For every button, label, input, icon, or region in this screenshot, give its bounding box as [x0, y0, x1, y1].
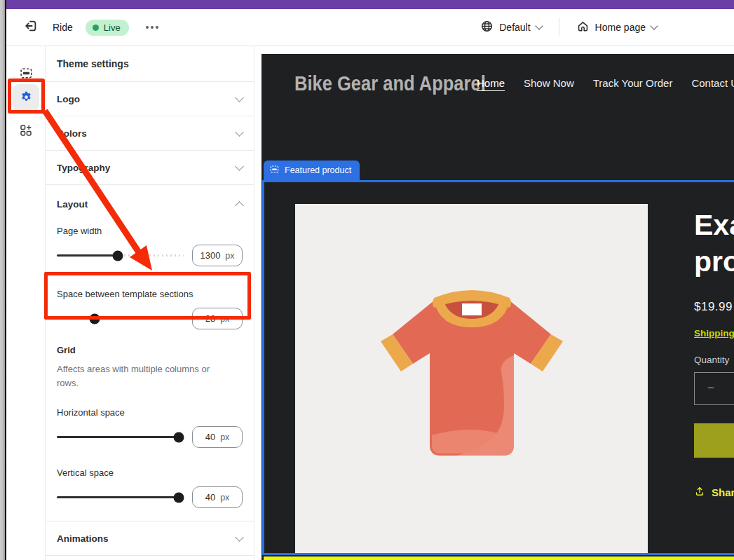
more-options-button[interactable]: [142, 22, 163, 33]
chevron-down-icon: [235, 533, 244, 542]
accordion-label: Logo: [57, 94, 80, 104]
slider-track: [57, 496, 184, 498]
slider-track: [57, 254, 184, 257]
more-dots-icon: [151, 26, 154, 29]
browser-titlebar: [6, 0, 734, 9]
editor-icon-rail: [6, 46, 46, 560]
gear-icon: [20, 90, 33, 106]
locale-selector-label: Default: [499, 22, 530, 33]
live-dot-icon: [93, 25, 99, 31]
section-space-slider[interactable]: [57, 313, 184, 325]
section-space-input[interactable]: 28 px: [192, 308, 243, 329]
page-width-unit: px: [225, 251, 234, 261]
product-info: Example product title $19.99 Shipping Qu…: [694, 207, 734, 499]
product-image[interactable]: [295, 204, 648, 554]
chevron-down-icon: [235, 162, 244, 171]
page-width-slider[interactable]: [57, 250, 184, 262]
live-badge-label: Live: [104, 22, 121, 33]
background-window-edge: [0, 0, 6, 560]
more-dots-icon: [156, 26, 158, 29]
share-label: Share: [712, 486, 734, 498]
page-width-slider-thumb[interactable]: [112, 250, 123, 261]
live-status-badge: Live: [86, 20, 129, 36]
accordion-animations[interactable]: Animations: [46, 521, 254, 556]
nav-link-show-now[interactable]: Show Now: [524, 77, 574, 89]
chevron-up-icon: [235, 201, 244, 210]
product-title: Example product title: [694, 207, 734, 280]
page-selector[interactable]: Home page: [576, 20, 657, 35]
apps-panel-button[interactable]: [13, 118, 39, 145]
vertical-space-input[interactable]: 40 px: [192, 486, 243, 508]
chevron-down-icon: [235, 93, 244, 102]
editor-topbar: Ride Live Default Home page: [6, 9, 734, 46]
shipping-link[interactable]: Shipping: [694, 328, 734, 339]
more-dots-icon: [146, 26, 149, 29]
accordion-layout[interactable]: Layout: [57, 195, 243, 213]
accordion-label: Layout: [57, 199, 88, 210]
accordion-logo[interactable]: Logo: [46, 82, 254, 116]
exit-icon: [23, 18, 39, 36]
horizontal-space-value: 40: [205, 432, 215, 442]
sections-icon: [19, 66, 34, 83]
nav-link-home[interactable]: Home: [477, 77, 505, 89]
vertical-space-value: 40: [205, 492, 215, 503]
accordion-buttons[interactable]: Buttons: [46, 556, 254, 560]
tshirt-illustration: [367, 259, 577, 469]
store-header: Bike Gear and Apparel Home Show Now Trac…: [261, 54, 734, 159]
vertical-space-slider[interactable]: [57, 491, 184, 504]
theme-preview: Bike Gear and Apparel Home Show Now Trac…: [261, 54, 734, 560]
section-space-unit: px: [220, 314, 229, 324]
section-space-slider-thumb[interactable]: [90, 313, 100, 324]
horizontal-space-unit: px: [220, 432, 229, 442]
locale-selector[interactable]: Default: [480, 20, 541, 35]
horizontal-space-slider[interactable]: [57, 431, 184, 444]
nav-link-track-order[interactable]: Track Your Order: [593, 77, 673, 89]
page-selector-label: Home page: [595, 22, 646, 33]
page-width-label: Page width: [57, 226, 243, 236]
chevron-down-icon: [535, 22, 543, 29]
theme-name: Ride: [53, 22, 73, 33]
section-space-label: Space between template sections: [57, 289, 243, 299]
nav-link-contact[interactable]: Contact Us: [691, 77, 734, 89]
share-icon: [694, 486, 705, 499]
grid-description: Affects areas with multiple columns or r…: [57, 362, 225, 390]
globe-icon: [480, 20, 494, 35]
horizontal-space-input[interactable]: 40 px: [192, 426, 243, 448]
theme-settings-panel-button[interactable]: [13, 84, 39, 111]
accordion-label: Colors: [57, 128, 87, 139]
page-width-value: 1300: [200, 250, 220, 261]
featured-product-section-tab[interactable]: Featured product: [264, 161, 360, 180]
accordion-label: Animations: [57, 533, 109, 544]
slider-track: [57, 317, 184, 320]
accordion-typography[interactable]: Typography: [46, 151, 254, 185]
share-button[interactable]: Share: [694, 486, 734, 499]
section-tab-label: Featured product: [285, 165, 351, 175]
horizontal-space-slider-thumb[interactable]: [173, 432, 184, 442]
theme-settings-panel: Theme settings Logo Colors Typography La…: [46, 46, 254, 560]
vertical-space-unit: px: [220, 493, 229, 503]
store-nav: Home Show Now Track Your Order Contact U…: [477, 77, 734, 89]
chevron-down-icon: [235, 128, 244, 137]
panel-title: Theme settings: [46, 46, 254, 82]
horizontal-space-label: Horizontal space: [57, 407, 243, 418]
section-space-value: 28: [205, 313, 215, 324]
topbar-divider: [559, 18, 559, 36]
exit-editor-button[interactable]: [22, 18, 40, 36]
store-logo[interactable]: Bike Gear and Apparel: [294, 72, 486, 95]
vertical-space-slider-thumb[interactable]: [173, 492, 184, 503]
home-icon: [576, 20, 590, 35]
section-tab-icon: [269, 164, 280, 177]
product-price: $19.99: [694, 300, 734, 314]
apps-icon: [19, 123, 33, 140]
quantity-label: Quantity: [694, 355, 734, 365]
slider-track: [57, 436, 184, 438]
grid-heading: Grid: [57, 345, 243, 355]
accordion-colors[interactable]: Colors: [46, 116, 254, 151]
add-to-cart-button[interactable]: [694, 423, 734, 458]
vertical-space-label: Vertical space: [57, 467, 243, 478]
page-width-input[interactable]: 1300 px: [192, 245, 243, 266]
quantity-stepper: −: [694, 372, 734, 405]
chevron-down-icon: [650, 22, 658, 29]
quantity-decrease-button[interactable]: −: [695, 381, 727, 395]
next-section-highlight: [264, 556, 734, 560]
